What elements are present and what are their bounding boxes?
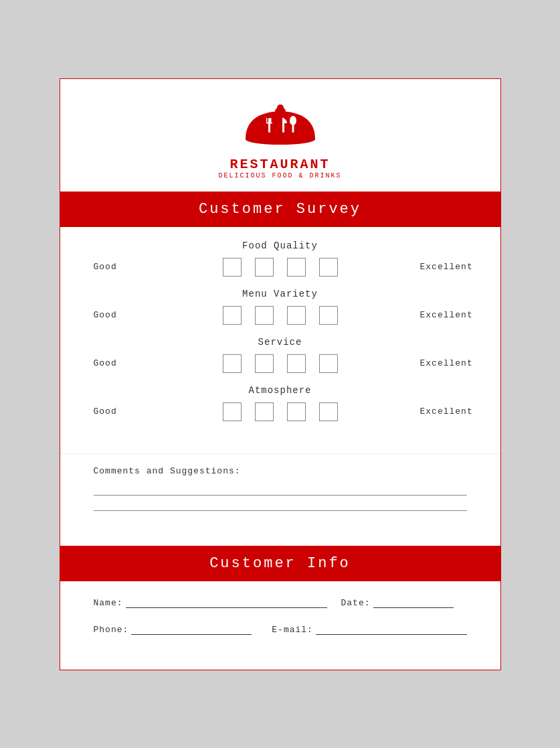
rating-group-service: Service Good Excellent — [94, 337, 467, 373]
phone-field[interactable] — [131, 623, 252, 635]
menu-variety-left: Good — [94, 310, 141, 320]
food-quality-label: Food Quality — [94, 240, 467, 251]
phone-label: Phone: — [94, 625, 129, 635]
service-label: Service — [94, 337, 467, 348]
svg-rect-6 — [266, 123, 272, 124]
info-banner: Customer Info — [60, 546, 500, 581]
date-field[interactable] — [373, 596, 454, 608]
service-left: Good — [94, 358, 141, 368]
phone-email-row: Phone: E-mail: — [94, 623, 467, 635]
svg-rect-9 — [292, 125, 294, 133]
email-label: E-mail: — [272, 625, 313, 635]
menu-variety-row: Good Excellent — [94, 306, 467, 325]
atmosphere-checkboxes — [141, 402, 420, 421]
checkbox-at-1[interactable] — [223, 402, 242, 421]
date-label: Date: — [341, 598, 370, 608]
food-quality-checkboxes — [141, 258, 420, 277]
service-row: Good Excellent — [94, 354, 467, 373]
checkbox-at-4[interactable] — [319, 402, 338, 421]
comments-label: Comments and Suggestions: — [94, 466, 467, 476]
checkbox-fq-4[interactable] — [319, 258, 338, 277]
menu-variety-right: Excellent — [420, 310, 467, 320]
comment-line-1 — [94, 495, 467, 496]
survey-section: Food Quality Good Excellent Menu Variety… — [60, 227, 500, 454]
comment-line-2 — [94, 510, 467, 511]
checkbox-at-3[interactable] — [287, 402, 306, 421]
checkbox-sv-2[interactable] — [255, 354, 274, 373]
name-date-row: Name: Date: — [94, 596, 467, 608]
email-field[interactable] — [316, 623, 467, 635]
svg-rect-5 — [270, 118, 272, 123]
info-section: Name: Date: Phone: E-mail: — [60, 581, 500, 670]
menu-variety-label: Menu Variety — [94, 289, 467, 299]
comments-section: Comments and Suggestions: — [60, 454, 500, 546]
name-field[interactable] — [126, 596, 328, 608]
atmosphere-row: Good Excellent — [94, 402, 467, 421]
restaurant-name: RESTAURANT — [229, 157, 330, 172]
service-right: Excellent — [420, 358, 467, 368]
checkbox-mv-4[interactable] — [319, 306, 338, 325]
service-checkboxes — [141, 354, 420, 373]
survey-banner: Customer Survey — [60, 192, 500, 227]
checkbox-fq-2[interactable] — [255, 258, 274, 277]
survey-form: RESTAURANT DELICIOUS FOOD & DRINKS Custo… — [60, 78, 501, 670]
atmosphere-left: Good — [94, 406, 141, 417]
checkbox-sv-4[interactable] — [319, 354, 338, 373]
rating-group-food-quality: Food Quality Good Excellent — [94, 240, 467, 277]
food-quality-row: Good Excellent — [94, 258, 467, 277]
logo-section: RESTAURANT DELICIOUS FOOD & DRINKS — [60, 79, 500, 192]
restaurant-logo-icon — [240, 99, 320, 153]
checkbox-sv-3[interactable] — [287, 354, 306, 373]
name-label: Name: — [94, 598, 123, 608]
atmosphere-label: Atmosphere — [94, 385, 467, 396]
atmosphere-right: Excellent — [420, 406, 467, 417]
checkbox-fq-1[interactable] — [223, 258, 242, 277]
checkbox-mv-1[interactable] — [223, 306, 242, 325]
food-quality-left: Good — [94, 262, 141, 272]
svg-point-8 — [290, 116, 296, 125]
svg-point-2 — [277, 104, 284, 111]
rating-group-menu-variety: Menu Variety Good Excellent — [94, 289, 467, 325]
menu-variety-checkboxes — [141, 306, 420, 325]
svg-rect-3 — [268, 118, 270, 133]
checkbox-at-2[interactable] — [255, 402, 274, 421]
rating-group-atmosphere: Atmosphere Good Excellent — [94, 385, 467, 421]
food-quality-right: Excellent — [420, 262, 467, 272]
checkbox-mv-3[interactable] — [287, 306, 306, 325]
checkbox-mv-2[interactable] — [255, 306, 274, 325]
restaurant-subtitle: DELICIOUS FOOD & DRINKS — [218, 172, 341, 179]
checkbox-sv-1[interactable] — [223, 354, 242, 373]
svg-rect-4 — [266, 118, 268, 123]
checkbox-fq-3[interactable] — [287, 258, 306, 277]
